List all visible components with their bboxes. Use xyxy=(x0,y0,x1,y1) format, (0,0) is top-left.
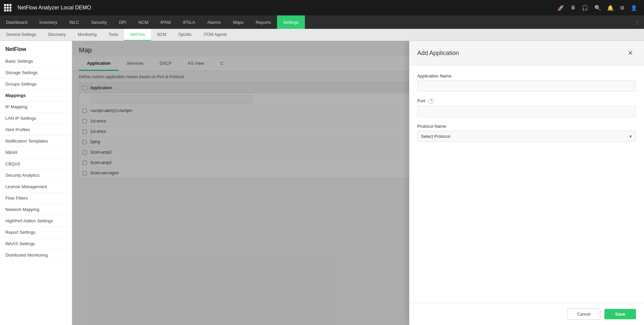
form-group-protocol: Protocol Name Select Protocol TCP UDP IC… xyxy=(417,124,636,142)
sidebar-item-groups-settings[interactable]: Groups Settings xyxy=(0,78,72,90)
sidebar-item-storage-settings[interactable]: Storage Settings xyxy=(0,67,72,78)
port-help-icon[interactable]: ? xyxy=(428,99,434,104)
subnav-oputils[interactable]: OpUtils xyxy=(172,29,197,41)
add-application-modal: Add Application ✕ Application Name Port … xyxy=(409,41,644,325)
sidebar-item-alert-profiles[interactable]: Alert Profiles xyxy=(0,124,72,136)
sidebar-item-lan-ip-settings[interactable]: LAN IP Settings xyxy=(0,113,72,124)
bell-icon[interactable]: 🔔 xyxy=(607,5,614,11)
subnav-tools[interactable]: Tools xyxy=(103,29,124,41)
subnav-general-settings[interactable]: General Settings xyxy=(0,29,42,41)
form-group-port: Port ? xyxy=(417,98,636,117)
form-group-app-name: Application Name xyxy=(417,73,636,92)
sidebar-item-notification-templates[interactable]: Notification Templates xyxy=(0,136,72,147)
sidebar-item-distributed-monitoring[interactable]: Distributed Monitoring xyxy=(0,250,72,261)
nav-wlc[interactable]: WLC xyxy=(63,15,85,29)
user-icon[interactable]: 👤 xyxy=(631,5,637,11)
main-nav: Dashboard Inventory WLC Security DPI NCM… xyxy=(0,15,644,29)
headset-icon[interactable]: 🎧 xyxy=(582,5,588,11)
protocol-label: Protocol Name xyxy=(417,124,636,129)
sidebar-item-ip-mapping[interactable]: IP Mapping xyxy=(0,101,72,113)
nav-security[interactable]: Security xyxy=(85,15,113,29)
sidebar: NetFlow Basic Settings Storage Settings … xyxy=(0,41,72,325)
sub-nav: General Settings Discovery Monitoring To… xyxy=(0,29,644,41)
sidebar-item-nbar[interactable]: NBAR xyxy=(0,147,72,158)
sidebar-item-flow-filters[interactable]: Flow Filters xyxy=(0,193,72,204)
nav-settings[interactable]: Settings xyxy=(277,15,305,29)
nav-reports[interactable]: Reports xyxy=(250,15,277,29)
main-panel: Map Application Services DSCP AS View C … xyxy=(72,41,644,325)
modal-header: Add Application ✕ xyxy=(409,41,644,65)
nav-ncm[interactable]: NCM xyxy=(132,15,155,29)
port-input[interactable] xyxy=(417,106,636,117)
modal-overlay: Add Application ✕ Application Name Port … xyxy=(72,41,644,325)
subnav-netflow[interactable]: NetFlow xyxy=(124,29,151,41)
sidebar-item-basic-settings[interactable]: Basic Settings xyxy=(0,56,72,67)
gear-icon[interactable]: ⚙ xyxy=(620,5,625,11)
app-name-label: Application Name xyxy=(417,73,636,78)
protocol-select[interactable]: Select Protocol TCP UDP ICMP xyxy=(417,131,636,142)
nav-dpi[interactable]: DPI xyxy=(113,15,132,29)
nav-more[interactable]: ⋮ xyxy=(630,15,644,29)
subnav-ncm[interactable]: NCM xyxy=(151,29,172,41)
nav-alarms[interactable]: Alarms xyxy=(201,15,227,29)
modal-body: Application Name Port ? Protocol Name xyxy=(409,65,644,303)
sidebar-title: NetFlow xyxy=(0,41,72,56)
cancel-button[interactable]: Cancel xyxy=(567,309,600,320)
sidebar-item-network-mapping[interactable]: Network Mapping xyxy=(0,204,72,215)
subnav-itom-agents[interactable]: ITOM Agents xyxy=(198,29,233,41)
sidebar-item-cbqos[interactable]: CBQoS xyxy=(0,158,72,170)
search-icon[interactable]: 🔍 xyxy=(594,5,601,11)
nav-ipam[interactable]: IPAM xyxy=(154,15,177,29)
nav-ipsla[interactable]: IPSLA xyxy=(177,15,201,29)
subnav-monitoring[interactable]: Monitoring xyxy=(72,29,103,41)
app-title: NetFlow Analyzer Local DEMO xyxy=(17,5,557,11)
content-area: NetFlow Basic Settings Storage Settings … xyxy=(0,41,644,325)
rocket-icon[interactable]: 🚀 xyxy=(557,5,564,11)
subnav-discovery[interactable]: Discovery xyxy=(42,29,72,41)
nav-inventory[interactable]: Inventory xyxy=(34,15,63,29)
sidebar-item-waas-settings[interactable]: WAAS Settings xyxy=(0,238,72,250)
nav-maps[interactable]: Maps xyxy=(227,15,250,29)
monitor-icon[interactable]: 🖥 xyxy=(570,5,576,11)
sidebar-item-highperf-addon-settings[interactable]: HighPerf Addon Settings xyxy=(0,215,72,227)
modal-title: Add Application xyxy=(417,50,459,57)
sidebar-item-license-management[interactable]: License Management xyxy=(0,181,72,193)
sidebar-item-mappings[interactable]: Mappings xyxy=(0,90,72,101)
modal-footer: Cancel Save xyxy=(409,303,644,325)
top-bar: NetFlow Analyzer Local DEMO 🚀 🖥 🎧 🔍 🔔 ⚙ … xyxy=(0,0,644,15)
protocol-select-wrapper: Select Protocol TCP UDP ICMP ▼ xyxy=(417,131,636,142)
app-name-input[interactable] xyxy=(417,80,636,92)
grid-icon[interactable] xyxy=(4,4,11,11)
nav-dashboard[interactable]: Dashboard xyxy=(0,15,34,29)
save-button[interactable]: Save xyxy=(604,309,636,319)
top-bar-icons: 🚀 🖥 🎧 🔍 🔔 ⚙ 👤 xyxy=(557,5,637,11)
modal-close-button[interactable]: ✕ xyxy=(625,48,636,58)
sidebar-item-security-analytics[interactable]: Security Analytics xyxy=(0,170,72,181)
port-label: Port ? xyxy=(417,98,636,104)
sidebar-item-report-settings[interactable]: Report Settings xyxy=(0,227,72,238)
